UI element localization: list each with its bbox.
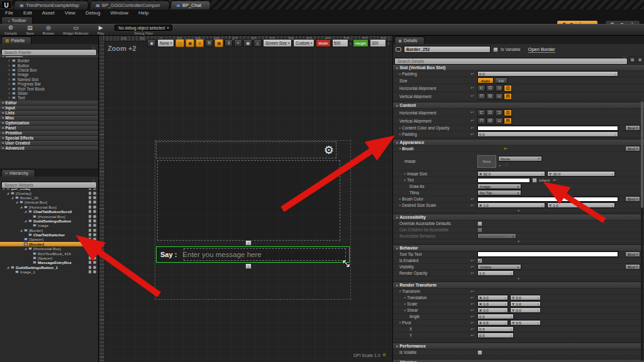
hierarchy-row[interactable]: ◢ [Border] — [0, 242, 98, 246]
reset-icon[interactable] — [471, 203, 474, 208]
palette-item[interactable]: Rich Text Block — [0, 86, 98, 90]
toolbar-button[interactable]: ▤ Save — [21, 24, 38, 36]
toggle-outline-button[interactable] — [175, 39, 184, 47]
reset-icon[interactable] — [471, 314, 474, 319]
hierarchy-row[interactable]: ◢ [Horizontal Box] — [0, 205, 98, 209]
reset-icon[interactable] — [471, 110, 474, 115]
reset-icon[interactable] — [471, 333, 474, 338]
widget-name-input[interactable] — [404, 46, 491, 53]
render-opacity-input[interactable]: 1.0 — [477, 270, 514, 276]
visibility-eye-icon[interactable] — [93, 192, 96, 195]
halign-center-button[interactable] — [486, 85, 494, 92]
visibility-dropdown[interactable]: Visible — [477, 264, 521, 270]
details-tab[interactable]: Details — [394, 36, 425, 44]
visibility-eye-icon[interactable] — [93, 256, 96, 260]
lock-icon[interactable] — [89, 215, 91, 218]
hierarchy-row[interactable]: [Spacer] — [0, 237, 98, 241]
size-fill-button[interactable]: Fill — [496, 77, 508, 84]
expander-icon[interactable]: ◢ — [24, 219, 27, 222]
lock-icon[interactable] — [89, 243, 91, 246]
valign-top-button[interactable] — [477, 93, 486, 100]
reset-icon[interactable] — [471, 72, 474, 77]
valign-bottom-button[interactable] — [495, 93, 503, 100]
reset-to-default-icon[interactable] — [553, 178, 556, 183]
palette-category[interactable]: Misc — [0, 116, 98, 121]
palette-category[interactable]: Optimization — [0, 121, 98, 126]
visibility-eye-icon[interactable] — [93, 229, 96, 232]
reset-icon[interactable] — [471, 94, 474, 99]
palette-item[interactable]: Progress Bar — [0, 82, 98, 86]
translation-x-input[interactable]: X0.0 — [477, 295, 508, 300]
expander-icon[interactable]: ◢ — [19, 229, 23, 232]
reset-icon[interactable] — [471, 118, 474, 123]
halign-right-button[interactable] — [495, 109, 503, 116]
designer-canvas[interactable]: 1005005010015020025030035040045050055060… — [99, 36, 393, 362]
scale-y-input[interactable]: Y1.0 — [510, 301, 541, 307]
expander-icon[interactable]: ◢ — [11, 196, 14, 199]
toolbar-tab[interactable]: Toolbar — [1, 16, 33, 24]
hierarchy-tab[interactable]: Hierarchy — [1, 169, 35, 177]
visibility-eye-icon[interactable] — [93, 219, 96, 222]
menu-item[interactable]: Edit — [18, 10, 37, 16]
palette-category[interactable]: User Created — [0, 141, 98, 146]
details-search-input[interactable] — [394, 58, 628, 65]
visibility-eye-icon[interactable] — [93, 215, 96, 218]
hierarchy-row[interactable]: ◢ ChatTabButtonScroll — [0, 209, 98, 214]
halign-fill-button[interactable] — [504, 85, 512, 92]
menu-item[interactable]: Asset — [37, 10, 60, 16]
hierarchy-row[interactable]: RichTextBlock_416 — [0, 251, 98, 255]
halign-center-button[interactable] — [486, 109, 494, 116]
toolbar-button[interactable]: ▭ Widget Reflector — [58, 24, 93, 36]
pivot-y-input[interactable]: Y0.5 — [510, 320, 541, 326]
lock-icon[interactable] — [89, 192, 91, 195]
toggle-respect-locks-button[interactable]: R — [205, 39, 213, 47]
visibility-eye-icon[interactable] — [93, 266, 96, 269]
shear-y-input[interactable]: Y0.0 — [510, 307, 541, 313]
valign-center-button[interactable] — [486, 93, 494, 100]
lock-icon[interactable] — [89, 206, 91, 209]
expander-icon[interactable]: ◢ — [19, 243, 23, 246]
reset-icon[interactable] — [471, 327, 474, 332]
reset-icon[interactable] — [471, 126, 474, 131]
hierarchy-row[interactable]: Image — [0, 223, 98, 228]
hierarchy-row[interactable]: [Horizontal Box] — [0, 214, 98, 218]
reset-icon[interactable] — [471, 295, 474, 300]
hierarchy-row[interactable]: ◢ Border_30 — [0, 195, 98, 200]
palette-category[interactable]: Advanced — [0, 146, 98, 151]
children-accessible-checkbox[interactable] — [477, 228, 482, 233]
menu-item[interactable]: File — [0, 10, 18, 16]
is-volatile-checkbox[interactable] — [477, 350, 482, 355]
lock-icon[interactable] — [89, 252, 91, 255]
bind-button[interactable]: Bind — [625, 125, 640, 131]
lock-icon[interactable] — [89, 238, 91, 241]
palette-item[interactable]: Named Slot — [0, 77, 98, 82]
expander-icon[interactable]: ◢ — [19, 206, 23, 209]
preview-background-button[interactable] — [243, 39, 252, 47]
browse-asset-icon[interactable] — [505, 163, 508, 167]
bind-button[interactable]: Bind — [625, 251, 640, 257]
palette-category[interactable]: Primitive — [0, 131, 98, 136]
palette-item[interactable]: Slider — [0, 91, 98, 96]
transform-mode-button[interactable] — [234, 39, 242, 47]
section-expander[interactable] — [393, 239, 644, 243]
toggle-text-baseline-button[interactable] — [196, 39, 204, 47]
section-expander[interactable] — [393, 277, 644, 280]
visibility-eye-icon[interactable] — [93, 196, 96, 199]
hierarchy-row[interactable]: ChatTabSwitcher — [0, 233, 98, 237]
accessible-behavior-dropdown[interactable]: Not Accessible — [477, 233, 516, 239]
hierarchy-row[interactable]: ◢ [Overlay] — [0, 190, 98, 195]
reset-to-default-icon[interactable] — [504, 146, 507, 151]
halign-left-button[interactable] — [477, 85, 486, 92]
reset-icon[interactable] — [471, 197, 474, 202]
hierarchy-row[interactable]: MessageEntryBox — [0, 260, 98, 265]
height-input[interactable]: 320 — [370, 39, 386, 47]
expander-icon[interactable]: ◢ — [6, 266, 9, 269]
asset-tab[interactable]: ThirdPersonExampleMap — [13, 1, 89, 9]
bind-button[interactable]: Bind — [625, 146, 640, 151]
palette-category[interactable]: Panel — [0, 126, 98, 131]
resize-handle-top[interactable] — [245, 240, 252, 246]
hierarchy-row[interactable]: Image_1 — [0, 270, 98, 274]
preview-tab-bar[interactable] — [156, 141, 336, 158]
is-enabled-checkbox[interactable] — [477, 258, 482, 263]
asset-tab[interactable]: BP_Chat — [170, 1, 211, 9]
